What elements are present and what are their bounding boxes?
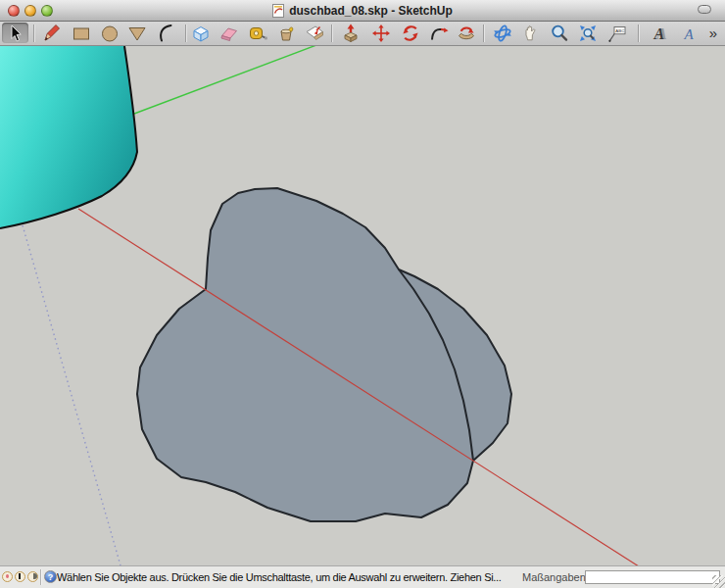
- toolbar-toggle-button[interactable]: [698, 5, 711, 14]
- section-plane-icon: [304, 23, 325, 44]
- select-cursor-icon: [4, 23, 25, 44]
- text-flag-glyph: ABC: [615, 28, 624, 33]
- push-pull-icon: [340, 23, 362, 44]
- help-icon[interactable]: ?: [44, 570, 57, 583]
- offset-icon: [456, 23, 477, 44]
- text-tool[interactable]: ABC: [604, 23, 628, 44]
- toolbar-separator: [638, 24, 640, 42]
- move-arrows-icon: [370, 23, 392, 44]
- zoom-extents-icon: [577, 23, 599, 44]
- text-flag-icon: ABC: [605, 23, 627, 44]
- status-bar: ? Wählen Sie Objekte aus. Drücken Sie di…: [0, 565, 725, 588]
- circle-tool[interactable]: [98, 23, 121, 44]
- follow-me-tool[interactable]: [427, 23, 451, 44]
- window-title: duschbad_08.skp - SketchUp: [289, 4, 453, 18]
- tape-measure-icon: [247, 23, 268, 44]
- circle-icon: [99, 23, 121, 44]
- zoom-extents-tool[interactable]: [576, 23, 600, 44]
- follow-me-icon: [428, 23, 450, 44]
- font-a-icon: A: [679, 23, 701, 44]
- select-tool[interactable]: [3, 23, 26, 44]
- 3d-text-icon: A A: [651, 23, 672, 44]
- paint-bucket-tool[interactable]: [274, 23, 298, 44]
- status-circle-3-icon[interactable]: [27, 571, 38, 582]
- line-tool[interactable]: [39, 23, 63, 44]
- pencil-icon: [40, 23, 62, 44]
- push-pull-tool[interactable]: [339, 23, 362, 44]
- toolbar: ABC A A A »: [0, 22, 725, 46]
- status-divider: [40, 569, 42, 585]
- arc-tool[interactable]: [154, 23, 177, 44]
- measurement-input[interactable]: [585, 570, 720, 584]
- eraser-icon: [218, 23, 240, 44]
- rotate-icon: [400, 23, 421, 44]
- pan-tool[interactable]: [519, 23, 543, 44]
- svg-text:A: A: [653, 25, 665, 42]
- resize-grip[interactable]: [712, 575, 725, 588]
- rectangle-icon: [71, 23, 92, 44]
- svg-text:A: A: [684, 26, 695, 42]
- toolbar-separator: [331, 24, 333, 42]
- component-box-icon: [190, 23, 212, 44]
- orbit-tool[interactable]: [491, 23, 514, 44]
- hand-icon: [520, 23, 542, 44]
- orbit-icon: [492, 23, 513, 44]
- polygon-tool[interactable]: [125, 23, 149, 44]
- toolbar-overflow-button[interactable]: »: [701, 23, 725, 44]
- status-circle-1-icon[interactable]: [2, 571, 13, 582]
- section-plane-tool[interactable]: [303, 23, 326, 44]
- move-tool[interactable]: [369, 23, 393, 44]
- status-message: Wählen Sie Objekte aus. Drücken Sie die …: [57, 566, 502, 588]
- 3d-viewport[interactable]: [0, 46, 725, 565]
- title-bar: duschbad_08.skp - SketchUp: [0, 0, 725, 22]
- toolbar-separator: [33, 24, 35, 42]
- polygon-icon: [126, 23, 148, 44]
- make-component-tool[interactable]: [189, 23, 213, 44]
- toolbar-separator: [483, 24, 485, 42]
- tape-measure-tool[interactable]: [246, 23, 269, 44]
- 3d-text-tool[interactable]: A A: [650, 23, 673, 44]
- rectangle-tool[interactable]: [70, 23, 93, 44]
- measurement-label: Maßangaben: [522, 566, 586, 588]
- paint-bucket-icon: [275, 23, 297, 44]
- toolbar-separator: [185, 24, 187, 42]
- document-icon: [272, 4, 284, 18]
- chevron-right-icon: »: [709, 23, 717, 44]
- offset-tool[interactable]: [455, 23, 478, 44]
- zoom-tool[interactable]: [548, 23, 571, 44]
- eraser-tool[interactable]: [218, 23, 241, 44]
- sketchup-window: duschbad_08.skp - SketchUp: [0, 0, 725, 588]
- magnifier-icon: [549, 23, 570, 44]
- arc-icon: [155, 23, 176, 44]
- font-text-tool[interactable]: A: [678, 23, 701, 44]
- status-circle-2-icon[interactable]: [15, 571, 25, 582]
- rotate-tool[interactable]: [399, 23, 422, 44]
